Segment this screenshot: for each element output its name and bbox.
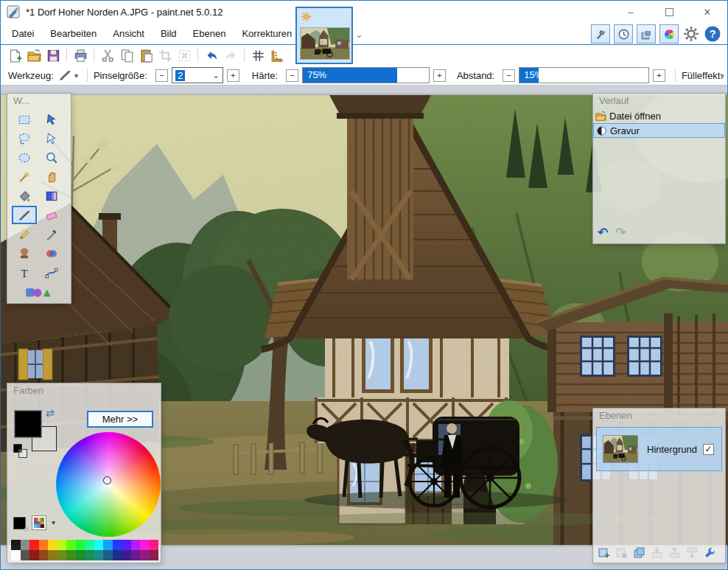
swap-colors-icon[interactable]: ⇄: [46, 407, 55, 419]
cut-button[interactable]: [99, 46, 116, 64]
toggle-history-window[interactable]: [614, 24, 633, 44]
tool-shapes[interactable]: [12, 282, 65, 301]
primary-color-swatch[interactable]: [15, 411, 41, 437]
tool-rectangle-select[interactable]: [12, 110, 37, 128]
menu-datei[interactable]: Datei: [4, 24, 42, 43]
palette-menu-caret-icon[interactable]: ▾: [52, 518, 55, 526]
palette-swatch[interactable]: [113, 550, 122, 560]
palette-swatch[interactable]: [85, 550, 94, 560]
tool-move-selection[interactable]: [39, 129, 64, 147]
copy-button[interactable]: [118, 46, 136, 64]
tool-gradient[interactable]: [39, 187, 64, 205]
palette-swatch[interactable]: [76, 550, 85, 560]
tab-list-chevron-icon[interactable]: ⌄: [355, 29, 363, 40]
open-folder-button[interactable]: [25, 46, 43, 64]
minimize-button[interactable]: –: [621, 4, 640, 20]
layer-visibility-checkbox[interactable]: ✓: [703, 444, 714, 455]
brush-size-combobox[interactable]: 2 ⌄: [172, 67, 223, 83]
palette-swatch[interactable]: [76, 540, 85, 550]
brush-size-decrement[interactable]: −: [155, 69, 168, 82]
palette-swatch[interactable]: [131, 550, 141, 560]
palette-swatch[interactable]: [11, 550, 21, 560]
tool-color-picker[interactable]: [39, 225, 64, 243]
palette-swatch[interactable]: [66, 540, 76, 550]
history-item-open[interactable]: Datei öffnen: [593, 108, 725, 123]
palette-swatch[interactable]: [140, 540, 150, 550]
print-button[interactable]: [71, 46, 89, 64]
menu-bearbeiten[interactable]: Bearbeiten: [42, 24, 105, 43]
combo-caret-icon[interactable]: ⌄: [213, 71, 220, 80]
palette-swatch[interactable]: [94, 540, 104, 550]
duplicate-layer-button[interactable]: [633, 546, 645, 559]
palette-swatch[interactable]: [21, 550, 30, 560]
current-tool-icon[interactable]: [58, 69, 71, 82]
palette-swatch[interactable]: [66, 550, 76, 560]
menu-bild[interactable]: Bild: [153, 24, 185, 43]
tool-lasso-select[interactable]: [12, 129, 37, 147]
palette-swatch[interactable]: [11, 540, 21, 550]
tool-ellipse-select[interactable]: [12, 148, 37, 167]
palette-swatch[interactable]: [113, 540, 122, 550]
tool-magic-wand[interactable]: [12, 167, 37, 186]
palette-swatch[interactable]: [39, 550, 49, 560]
palette-swatch[interactable]: [94, 550, 104, 560]
history-undo-icon[interactable]: ↶: [598, 225, 608, 240]
tool-pencil[interactable]: [12, 225, 37, 243]
tool-dropdown-caret-icon[interactable]: ▾: [74, 72, 78, 80]
history-item-gravur[interactable]: Gravur: [593, 123, 725, 138]
tool-recolor[interactable]: [39, 244, 64, 263]
save-button[interactable]: [44, 46, 62, 64]
add-layer-button[interactable]: [598, 546, 610, 559]
grid-button[interactable]: [249, 46, 267, 64]
palette-swatch[interactable]: [48, 550, 57, 560]
document-tab[interactable]: [295, 7, 353, 64]
help-icon[interactable]: ?: [704, 24, 721, 44]
close-button[interactable]: ✕: [698, 4, 717, 20]
palette-swatch[interactable]: [131, 540, 141, 550]
tool-text[interactable]: T: [12, 263, 37, 282]
layer-properties-button[interactable]: [704, 546, 716, 559]
undo-button[interactable]: [203, 46, 220, 64]
palette-swatch[interactable]: [57, 540, 67, 550]
palette-swatch[interactable]: [122, 550, 131, 560]
palette-swatch[interactable]: [21, 540, 30, 550]
tool-pan[interactable]: [39, 167, 64, 186]
palette-swatch[interactable]: [103, 540, 113, 550]
palette-swatch[interactable]: [29, 550, 39, 560]
settings-gear-icon[interactable]: [682, 24, 700, 44]
tool-eraser[interactable]: [39, 206, 64, 224]
history-panel-title[interactable]: Verlauf: [593, 94, 725, 108]
colors-panel-title[interactable]: Farben: [7, 383, 161, 398]
palette-swatch[interactable]: [103, 550, 113, 560]
palette-swatch[interactable]: [150, 540, 159, 550]
palette-swatch[interactable]: [122, 540, 131, 550]
palette-swatch[interactable]: [29, 540, 39, 550]
color-wheel-selector[interactable]: [103, 476, 111, 484]
hardness-decrement[interactable]: −: [286, 69, 298, 82]
toggle-colors-window[interactable]: [659, 24, 679, 44]
maximize-button[interactable]: [659, 4, 679, 20]
brush-size-increment[interactable]: +: [227, 69, 239, 82]
spacing-decrement[interactable]: −: [503, 69, 515, 82]
palette-swatch[interactable]: [150, 550, 159, 560]
paste-button[interactable]: [137, 46, 155, 64]
tool-clone-stamp[interactable]: [12, 244, 37, 263]
toggle-layers-window[interactable]: [637, 24, 656, 44]
hardness-slider[interactable]: 75%: [302, 67, 430, 83]
palette-menu-button[interactable]: [32, 515, 46, 530]
hardness-increment[interactable]: +: [433, 69, 446, 82]
palette-swatch[interactable]: [48, 540, 57, 550]
menu-ansicht[interactable]: Ansicht: [105, 24, 153, 43]
color-wheel[interactable]: [56, 432, 161, 537]
tool-line-curve[interactable]: [39, 263, 64, 282]
tool-move-selected-pixels[interactable]: [39, 110, 64, 128]
menu-ebenen[interactable]: Ebenen: [185, 24, 234, 43]
fill-style-caret-icon[interactable]: ▾: [720, 72, 724, 81]
more-button[interactable]: Mehr >>: [87, 411, 153, 428]
spacing-slider[interactable]: 15%: [519, 67, 649, 83]
tool-paint-bucket[interactable]: [12, 187, 37, 205]
spacing-increment[interactable]: +: [653, 69, 665, 82]
title-bar[interactable]: *1 Dorf Hoher Norden A.JPG - paint.net 5…: [1, 1, 727, 23]
palette-swatch[interactable]: [39, 540, 49, 550]
toggle-tools-window[interactable]: [591, 24, 610, 44]
